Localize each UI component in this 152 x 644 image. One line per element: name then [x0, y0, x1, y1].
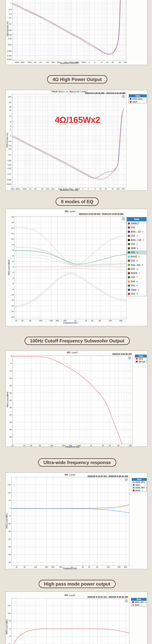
x-tick-label: 3k [106, 444, 114, 446]
y-tick-label: -10 [3, 522, 10, 525]
y-tick-label: 0.003 [4, 54, 11, 57]
y-tick-label: 0.2 [4, 148, 11, 150]
x-tick-label: 200m [73, 61, 80, 63]
legend-item: Sup...ass6 [127, 263, 147, 267]
audio-precision-logo-icon: A [122, 95, 125, 98]
y-tick-label: -20 [4, 384, 12, 386]
y-tick-label: -25 [3, 546, 10, 548]
legend-item: BASS5 [127, 254, 147, 259]
audio-precision-logo-icon: A [125, 600, 128, 602]
legend-swatch-icon [128, 280, 130, 282]
section-heading-pill: 4Ω High Power Output [47, 75, 107, 84]
legend-item: 4ohm [129, 100, 147, 103]
y-tick-label: 0.03 [4, 34, 11, 36]
y-tick-label: +5 [3, 620, 10, 622]
y-tick-label: -5 [3, 635, 10, 637]
legend-item: A300 [135, 358, 147, 360]
x-tick-label: 300 [67, 444, 74, 446]
y-tick-label: 0 [3, 628, 10, 630]
legend-swatch-icon [130, 98, 132, 100]
legend-header: Data [131, 598, 147, 601]
legend-item: Ch25 [127, 259, 147, 263]
y-tick-label: 1 [4, 134, 11, 136]
x-axis-label: Frequency (Hz) [63, 322, 77, 324]
y-tick-label: -2 [6, 271, 14, 274]
y-tick-label: -20 [3, 538, 10, 540]
y-tick-label: 0 [4, 355, 12, 357]
series-bass+10-a [15, 227, 126, 265]
y-tick-label: 0.02 [4, 167, 11, 169]
x-tick-label: 5k [115, 444, 122, 446]
legend-swatch-icon [132, 604, 134, 606]
y-tick-label: 100 [4, 96, 11, 98]
chart-panel-highpass-power: RMS Level 2022/1/5 9:13:47.151 - 2022/1/… [5, 592, 148, 644]
legend-item: Clear9 [127, 288, 147, 292]
legend-swatch-icon [128, 289, 130, 291]
y-tick-label: 0.003 [4, 183, 11, 185]
y-tick-label: 0.2 [4, 16, 11, 19]
chart-panel-frequency-response: RMS Level 2022/1/5 9:13:47.151 - 2022/1/… [5, 472, 148, 569]
plot-area: A [11, 477, 129, 566]
x-tick-label: 30 [19, 320, 26, 322]
y-tick-label: -25 [4, 392, 12, 394]
legend-swatch-icon [136, 358, 138, 360]
section-heading-pill: 100Hz Cutoff Frequency Subwoofer Output [25, 337, 130, 345]
x-tick-label: 300 [49, 566, 57, 568]
legend: Data A300_HF124ohm2 [131, 598, 147, 606]
y-tick-label: -10 [4, 370, 12, 372]
y-tick-label: -30 [3, 554, 10, 556]
y-tick-label: -16 [6, 310, 14, 312]
x-tick-label: 1k [72, 320, 79, 322]
x-tick-label: 50 [21, 566, 28, 568]
series-bass-10-a [15, 273, 126, 306]
x-tick-label: 500 [57, 566, 65, 568]
legend-item: ROCK7 [127, 271, 147, 275]
chart-title: RMS Level [15, 210, 126, 212]
legend-swatch-icon [128, 284, 130, 286]
plot-area: A [15, 216, 126, 319]
legend-swatch-icon [128, 276, 130, 278]
legend-item: A300-1kHz [129, 97, 147, 100]
y-tick-label: +16 [6, 221, 14, 224]
x-tick-label: 1k [68, 566, 76, 568]
x-tick-label: 2k [99, 444, 107, 446]
y-tick-label: +6 [6, 249, 14, 251]
y-tick-label: +14 [6, 227, 14, 229]
legend-header: Data [129, 94, 147, 97]
legend-header: Data [135, 355, 147, 358]
y-tick-label: 0.5 [4, 140, 11, 142]
legend-header: Data [127, 217, 147, 221]
x-tick-label: 10k [104, 566, 112, 568]
x-tick-label: 3k [85, 566, 93, 568]
x-tick-label: 3k [88, 320, 96, 322]
x-tick-label: 5k [93, 566, 101, 568]
y-tick-label: 0 [3, 507, 10, 509]
y-tick-label: -30 [4, 399, 12, 401]
y-tick-label: -55 [4, 436, 12, 438]
y-tick-label: +5 [3, 499, 10, 501]
y-tick-label: +4 [6, 255, 14, 257]
y-tick-label: 0.5 [4, 8, 11, 10]
y-tick-label: -8 [6, 288, 14, 290]
plot-area [12, 0, 126, 60]
y-tick-label: -10 [3, 643, 10, 644]
legend-swatch-icon [130, 101, 132, 102]
y-tick-label: -35 [3, 561, 10, 564]
x-tick-label: 2m [31, 188, 39, 190]
x-tick-label: 200u [14, 188, 22, 190]
chart-timestamp: 2022/1/5 8:56:46.194 [112, 353, 132, 355]
audio-precision-logo-icon: A [125, 478, 128, 481]
y-tick-label: 0.01 [4, 44, 11, 46]
y-tick-label: -50 [4, 428, 12, 430]
legend-item: Ch29 [127, 292, 147, 296]
legend-swatch-icon [128, 293, 130, 295]
legend-item: BAS...-102 [127, 230, 147, 234]
x-tick-label: 200m [67, 188, 74, 190]
x-tick-label: 2 [84, 188, 92, 190]
y-tick-label: 3 [4, 125, 11, 127]
audio-precision-logo-icon: A [122, 217, 125, 220]
legend-item: A300_HF0 [132, 481, 147, 484]
legend-swatch-icon [128, 272, 130, 274]
x-tick-label: 30 [13, 566, 20, 568]
legend-swatch-icon [128, 243, 130, 245]
